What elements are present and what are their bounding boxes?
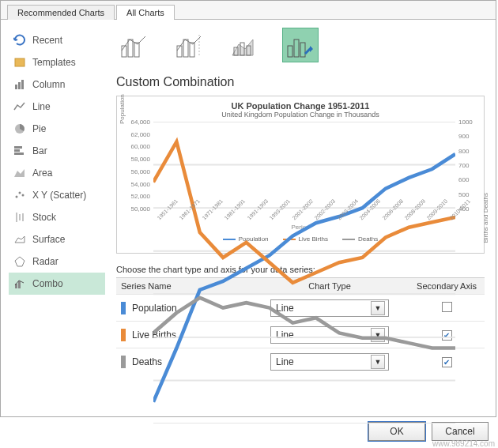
- sidebar-item-pie[interactable]: Pie: [9, 118, 105, 140]
- subtype-clustered-column-line-secondary[interactable]: [172, 28, 208, 62]
- watermark: www.989214.com: [432, 439, 495, 448]
- sidebar-item-surface[interactable]: Surface: [9, 228, 105, 250]
- svg-rect-30: [288, 46, 292, 57]
- scatter-chart-icon: [13, 189, 26, 201]
- svg-point-9: [16, 196, 18, 198]
- svg-rect-3: [21, 80, 24, 89]
- subtype-stacked-area-column[interactable]: [227, 28, 263, 62]
- y-axis-label-left: Population: [119, 94, 126, 124]
- svg-rect-23: [183, 40, 188, 57]
- templates-icon: [13, 56, 26, 69]
- svg-rect-1: [15, 85, 17, 89]
- subtype-custom-combination[interactable]: [282, 28, 319, 62]
- sidebar-item-label: Pie: [32, 123, 46, 134]
- svg-rect-31: [294, 40, 299, 57]
- y-axis-label-right: Births and Deaths: [482, 193, 489, 243]
- svg-marker-15: [15, 236, 25, 243]
- series-swatch: [121, 302, 126, 314]
- svg-rect-5: [14, 146, 22, 149]
- sidebar-item-label: X Y (Scatter): [32, 190, 86, 201]
- ok-button[interactable]: OK: [368, 422, 425, 441]
- svg-rect-2: [18, 82, 21, 89]
- surface-chart-icon: [13, 233, 26, 246]
- pie-chart-icon: [13, 122, 26, 135]
- tab-bar: Recommended Charts All Charts: [1, 1, 496, 20]
- sidebar-item-column[interactable]: Column: [9, 73, 105, 96]
- subtype-clustered-column-line[interactable]: [116, 28, 153, 62]
- sidebar-item-radar[interactable]: Radar: [9, 250, 105, 273]
- sidebar-item-label: Templates: [32, 57, 76, 68]
- sidebar-item-label: Surface: [32, 234, 65, 245]
- line-chart-icon: [13, 100, 26, 113]
- tab-recommended-charts[interactable]: Recommended Charts: [7, 5, 115, 20]
- svg-marker-16: [15, 257, 25, 266]
- sidebar-item-scatter[interactable]: X Y (Scatter): [9, 184, 105, 206]
- sidebar-item-label: Combo: [32, 278, 63, 289]
- combo-chart-icon: [13, 277, 26, 290]
- svg-rect-24: [190, 43, 194, 57]
- series-swatch: [121, 329, 126, 341]
- sidebar-item-label: Bar: [32, 145, 47, 156]
- chart-preview: UK Population Change 1951-2011 United Ki…: [116, 96, 485, 254]
- sidebar-item-area[interactable]: Area: [9, 162, 105, 184]
- series-swatch: [121, 356, 126, 368]
- sidebar-item-label: Recent: [32, 35, 62, 46]
- recent-icon: [13, 34, 26, 47]
- column-chart-icon: [13, 78, 26, 91]
- sidebar-item-templates[interactable]: Templates: [9, 51, 105, 73]
- tab-all-charts[interactable]: All Charts: [116, 5, 175, 20]
- stock-chart-icon: [13, 211, 26, 224]
- sidebar-item-bar[interactable]: Bar: [9, 140, 105, 162]
- chart-category-sidebar: Recent Templates Column Line Pie Bar: [1, 20, 105, 415]
- cancel-button[interactable]: Cancel: [432, 422, 489, 441]
- radar-chart-icon: [13, 255, 26, 268]
- y-axis-left-ticks: 64,00062,00060,00058,00056,00054,00052,0…: [130, 122, 152, 209]
- chart-subtitle: United Kingdom Population Change in Thou…: [123, 111, 477, 119]
- svg-point-10: [19, 192, 21, 194]
- sidebar-item-recent[interactable]: Recent: [9, 29, 105, 51]
- combo-subtype-row: [116, 28, 485, 62]
- sidebar-item-label: Area: [32, 168, 52, 179]
- svg-rect-32: [300, 43, 305, 57]
- chart-subtype-heading: Custom Combination: [116, 75, 485, 89]
- svg-rect-0: [15, 58, 25, 66]
- sidebar-item-stock[interactable]: Stock: [9, 206, 105, 228]
- chart-title: UK Population Change 1951-2011: [123, 101, 477, 111]
- svg-rect-21: [134, 43, 139, 57]
- sidebar-item-label: Stock: [32, 212, 56, 223]
- chart-plot-area: [153, 122, 455, 424]
- bar-chart-icon: [13, 145, 26, 157]
- sidebar-item-label: Column: [32, 79, 65, 90]
- sidebar-item-combo[interactable]: Combo: [9, 273, 105, 295]
- sidebar-item-label: Radar: [32, 256, 58, 267]
- svg-rect-6: [14, 149, 20, 152]
- svg-rect-7: [14, 152, 24, 155]
- svg-marker-8: [14, 169, 25, 177]
- svg-point-11: [22, 194, 25, 197]
- sidebar-item-label: Line: [32, 101, 51, 112]
- insert-chart-dialog: Recommended Charts All Charts Recent Tem…: [0, 0, 496, 417]
- y-axis-right-ticks: 1000900800700600500400: [457, 122, 476, 209]
- sidebar-item-line[interactable]: Line: [9, 96, 105, 118]
- svg-rect-18: [18, 281, 21, 288]
- main-panel: Custom Combination UK Population Change …: [105, 20, 496, 415]
- svg-rect-20: [128, 40, 133, 57]
- area-chart-icon: [13, 167, 26, 179]
